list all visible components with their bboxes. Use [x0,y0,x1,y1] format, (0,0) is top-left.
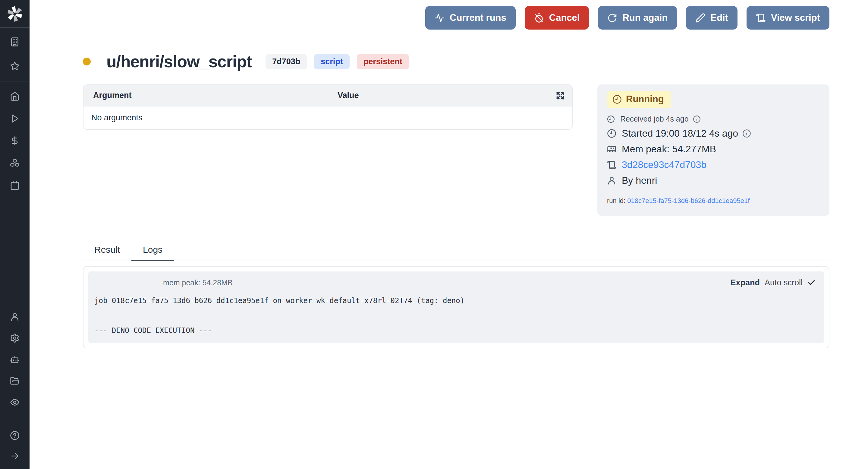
column-argument: Argument [84,91,338,100]
script-hash-row: 3d28ce93c47d703b [607,159,820,170]
run-again-button[interactable]: Run again [598,6,677,30]
app-window: Current runs Cancel Run again Edit [0,0,868,469]
started-text: Started 19:00 18/12 4s ago [622,128,738,139]
sidebar-item-runs[interactable] [7,113,22,124]
sidebar-collapse-toggle[interactable] [7,451,22,461]
sidebar-item-home[interactable] [7,91,22,101]
status-panel: Running Received job 4s ago [597,84,830,216]
sidebar-item-favorites[interactable] [7,61,22,71]
expand-arguments-button[interactable] [555,90,565,101]
scroll-icon [607,160,616,170]
sidebar-item-account[interactable] [7,312,22,322]
received-row: Received job 4s ago [607,115,820,123]
arrow-right-icon [10,451,20,461]
mem-peak-text: Mem peak: 54.277MB [622,144,716,155]
started-row: Started 19:00 18/12 4s ago [607,128,820,139]
clock-icon [613,95,622,104]
run-id-label: run id: [607,197,625,204]
clock-icon [607,115,615,123]
current-runs-label: Current runs [450,12,506,23]
sidebar-item-resources[interactable] [7,158,22,168]
check-icon [807,279,815,287]
tab-result[interactable]: Result [83,244,131,261]
log-topbar: mem peak: 54.28MB Expand Auto scroll [94,278,815,287]
auto-scroll-label: Auto scroll [765,278,803,287]
eye-icon [10,398,20,407]
pen-icon [695,13,705,23]
sidebar-item-workers[interactable] [7,354,22,364]
kind-badge: script [314,54,350,69]
log-expand-button[interactable]: Expand [730,278,760,287]
arguments-table: Argument Value No arguments [83,84,572,130]
boxes-icon [10,158,20,168]
hash-badge[interactable]: 7d703b [266,54,307,69]
sidebar-item-help[interactable] [7,430,22,441]
status-badge: Running [607,91,671,108]
sidebar-item-workspace[interactable] [7,37,22,47]
activity-icon [435,13,444,23]
folder-open-icon [10,376,20,386]
run-id-row: run id: 018c7e15-fa75-13d6-b626-dd1c1ea9… [607,197,820,205]
windmill-logo[interactable] [6,0,24,27]
windmill-logo-icon [6,5,24,23]
sidebar-item-settings[interactable] [7,333,22,343]
script-hash-link[interactable]: 3d28ce93c47d703b [622,159,707,170]
refresh-icon [607,13,617,23]
info-icon[interactable] [693,115,701,123]
mem-peak-row: Mem peak: 54.277MB [607,144,820,155]
column-value: Value [338,91,359,100]
edit-button[interactable]: Edit [686,6,738,30]
cancel-label: Cancel [549,12,580,23]
sidebar-item-audit-logs[interactable] [7,397,22,408]
cancel-button[interactable]: Cancel [525,6,589,30]
status-label: Running [626,94,664,105]
info-icon[interactable] [742,129,751,138]
calendar-icon [10,181,20,190]
page-title: u/henri/slow_script [106,52,252,71]
help-circle-icon [10,431,20,440]
sidebar [0,0,30,469]
run-id-link[interactable]: 018c7e15-fa75-13d6-b626-dd1c1ea95e1f [627,197,749,204]
arguments-table-header: Argument Value [84,85,572,106]
sidebar-item-variables[interactable] [7,136,22,146]
sidebar-item-folders[interactable] [7,376,22,386]
log-viewer: mem peak: 54.28MB Expand Auto scroll job… [88,271,824,343]
tab-logs[interactable]: Logs [131,244,174,261]
view-script-button[interactable]: View script [747,6,830,30]
result-logs-tabs: Result Logs [83,244,830,261]
auto-scroll-toggle[interactable]: Auto scroll [765,278,815,287]
log-actions: Expand Auto scroll [730,278,815,287]
home-icon [10,91,20,101]
user-icon [10,312,20,322]
star-icon [10,61,20,71]
dollar-icon [10,136,20,146]
user-icon [607,176,616,185]
log-viewer-card: mem peak: 54.28MB Expand Auto scroll job… [83,266,830,348]
title-row: u/henri/slow_script 7d703b script persis… [83,52,830,71]
title-badges: 7d703b script persistent [266,54,409,69]
log-output: job 018c7e15-fa75-13d6-b626-dd1c1ea95e1f… [94,296,815,336]
clock-icon [607,129,616,138]
run-again-label: Run again [622,12,668,23]
author-text: By henri [622,175,657,186]
play-icon [10,114,20,123]
current-runs-button[interactable]: Current runs [425,6,516,30]
view-script-label: View script [771,12,820,23]
action-toolbar: Current runs Cancel Run again Edit [83,0,830,30]
timer-off-icon [534,13,544,23]
memory-icon [607,144,616,154]
building-icon [10,37,20,47]
main-content: Current runs Cancel Run again Edit [30,0,868,469]
persistence-badge: persistent [357,54,409,69]
scroll-icon [756,13,766,23]
received-text: Received job 4s ago [620,115,689,123]
no-arguments-row: No arguments [84,106,572,129]
log-mem-peak: mem peak: 54.28MB [163,279,233,287]
robot-icon [10,355,20,364]
maximize-icon [555,90,565,101]
edit-label: Edit [710,12,728,23]
author-row: By henri [607,175,820,186]
sidebar-item-schedules[interactable] [7,180,22,190]
gear-icon [10,333,20,343]
language-dot [83,58,91,65]
